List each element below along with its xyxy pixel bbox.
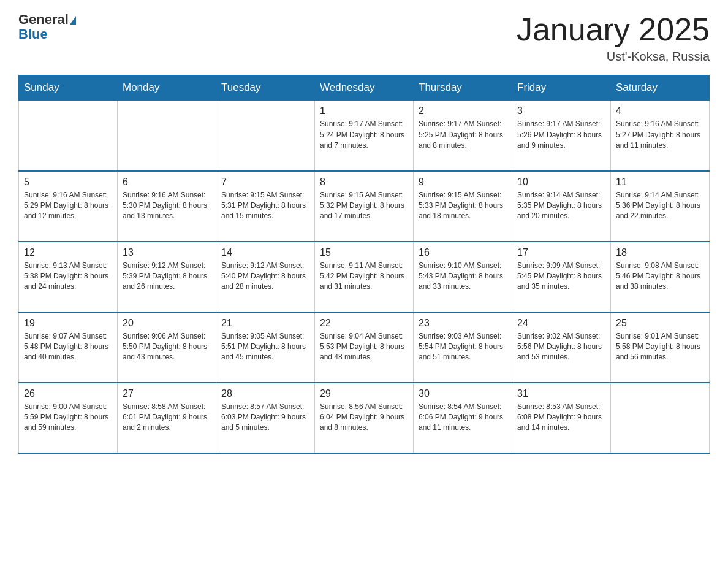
day-number: 5 — [24, 177, 112, 188]
calendar-cell: 11Sunrise: 9:14 AM Sunset: 5:36 PM Dayli… — [611, 171, 710, 242]
calendar-cell: 25Sunrise: 9:01 AM Sunset: 5:58 PM Dayli… — [611, 312, 710, 383]
page-header: General Blue January 2025 Ust'-Koksa, Ru… — [18, 12, 710, 64]
day-info: Sunrise: 9:09 AM Sunset: 5:45 PM Dayligh… — [517, 261, 605, 293]
calendar-cell: 6Sunrise: 9:16 AM Sunset: 5:30 PM Daylig… — [118, 171, 216, 242]
weekday-header-row: SundayMondayTuesdayWednesdayThursdayFrid… — [19, 75, 710, 101]
weekday-header-monday: Monday — [118, 75, 216, 101]
day-number: 3 — [517, 105, 605, 117]
day-number: 24 — [517, 318, 605, 329]
day-number: 8 — [320, 177, 408, 188]
calendar-cell: 9Sunrise: 9:15 AM Sunset: 5:33 PM Daylig… — [414, 171, 512, 242]
day-info: Sunrise: 9:06 AM Sunset: 5:50 PM Dayligh… — [123, 331, 211, 363]
day-info: Sunrise: 9:10 AM Sunset: 5:43 PM Dayligh… — [419, 261, 507, 293]
day-number: 14 — [221, 247, 309, 258]
calendar-cell: 30Sunrise: 8:54 AM Sunset: 6:06 PM Dayli… — [414, 383, 512, 453]
calendar-cell: 19Sunrise: 9:07 AM Sunset: 5:48 PM Dayli… — [19, 312, 118, 383]
calendar-week-row: 1Sunrise: 9:17 AM Sunset: 5:24 PM Daylig… — [19, 101, 710, 171]
day-info: Sunrise: 9:07 AM Sunset: 5:48 PM Dayligh… — [24, 331, 112, 363]
day-number: 11 — [616, 177, 704, 188]
day-info: Sunrise: 8:54 AM Sunset: 6:06 PM Dayligh… — [419, 402, 507, 434]
calendar-week-row: 12Sunrise: 9:13 AM Sunset: 5:38 PM Dayli… — [19, 242, 710, 312]
calendar-cell: 21Sunrise: 9:05 AM Sunset: 5:51 PM Dayli… — [216, 312, 315, 383]
day-info: Sunrise: 9:17 AM Sunset: 5:25 PM Dayligh… — [419, 119, 507, 151]
calendar-cell: 12Sunrise: 9:13 AM Sunset: 5:38 PM Dayli… — [19, 242, 118, 312]
day-info: Sunrise: 8:57 AM Sunset: 6:03 PM Dayligh… — [221, 402, 309, 434]
day-info: Sunrise: 9:17 AM Sunset: 5:26 PM Dayligh… — [517, 119, 605, 151]
calendar-cell: 7Sunrise: 9:15 AM Sunset: 5:31 PM Daylig… — [216, 171, 315, 242]
calendar-cell: 2Sunrise: 9:17 AM Sunset: 5:25 PM Daylig… — [414, 101, 512, 171]
calendar-cell — [118, 101, 216, 171]
day-number: 4 — [616, 105, 704, 117]
calendar-cell: 16Sunrise: 9:10 AM Sunset: 5:43 PM Dayli… — [414, 242, 512, 312]
calendar-cell: 15Sunrise: 9:11 AM Sunset: 5:42 PM Dayli… — [315, 242, 414, 312]
day-number: 10 — [517, 177, 605, 188]
day-info: Sunrise: 9:08 AM Sunset: 5:46 PM Dayligh… — [616, 261, 704, 293]
day-info: Sunrise: 9:12 AM Sunset: 5:39 PM Dayligh… — [123, 261, 211, 293]
calendar-week-row: 19Sunrise: 9:07 AM Sunset: 5:48 PM Dayli… — [19, 312, 710, 383]
day-number: 19 — [24, 318, 112, 329]
calendar-cell — [19, 101, 118, 171]
day-number: 21 — [221, 318, 309, 329]
day-info: Sunrise: 9:16 AM Sunset: 5:30 PM Dayligh… — [123, 190, 211, 222]
logo-triangle-icon — [70, 16, 76, 25]
day-info: Sunrise: 9:12 AM Sunset: 5:40 PM Dayligh… — [221, 261, 309, 293]
day-number: 17 — [517, 247, 605, 258]
day-info: Sunrise: 8:53 AM Sunset: 6:08 PM Dayligh… — [517, 402, 605, 434]
weekday-header-friday: Friday — [512, 75, 611, 101]
calendar-cell: 13Sunrise: 9:12 AM Sunset: 5:39 PM Dayli… — [118, 242, 216, 312]
location-title: Ust'-Koksa, Russia — [517, 50, 710, 64]
day-number: 26 — [24, 388, 112, 399]
day-info: Sunrise: 9:01 AM Sunset: 5:58 PM Dayligh… — [616, 331, 704, 363]
day-info: Sunrise: 9:00 AM Sunset: 5:59 PM Dayligh… — [24, 402, 112, 434]
day-number: 6 — [123, 177, 211, 188]
logo: General Blue — [18, 12, 76, 42]
day-info: Sunrise: 9:02 AM Sunset: 5:56 PM Dayligh… — [517, 331, 605, 363]
calendar-cell: 3Sunrise: 9:17 AM Sunset: 5:26 PM Daylig… — [512, 101, 611, 171]
calendar-cell — [216, 101, 315, 171]
calendar-cell: 28Sunrise: 8:57 AM Sunset: 6:03 PM Dayli… — [216, 383, 315, 453]
day-number: 27 — [123, 388, 211, 399]
day-info: Sunrise: 9:11 AM Sunset: 5:42 PM Dayligh… — [320, 261, 408, 293]
calendar-cell: 23Sunrise: 9:03 AM Sunset: 5:54 PM Dayli… — [414, 312, 512, 383]
day-number: 22 — [320, 318, 408, 329]
calendar-cell: 10Sunrise: 9:14 AM Sunset: 5:35 PM Dayli… — [512, 171, 611, 242]
day-number: 2 — [419, 105, 507, 117]
day-info: Sunrise: 9:14 AM Sunset: 5:35 PM Dayligh… — [517, 190, 605, 222]
calendar-cell: 26Sunrise: 9:00 AM Sunset: 5:59 PM Dayli… — [19, 383, 118, 453]
calendar-cell: 31Sunrise: 8:53 AM Sunset: 6:08 PM Dayli… — [512, 383, 611, 453]
day-number: 20 — [123, 318, 211, 329]
day-number: 15 — [320, 247, 408, 258]
calendar-cell: 14Sunrise: 9:12 AM Sunset: 5:40 PM Dayli… — [216, 242, 315, 312]
day-number: 25 — [616, 318, 704, 329]
day-info: Sunrise: 9:04 AM Sunset: 5:53 PM Dayligh… — [320, 331, 408, 363]
calendar-week-row: 26Sunrise: 9:00 AM Sunset: 5:59 PM Dayli… — [19, 383, 710, 453]
day-info: Sunrise: 9:15 AM Sunset: 5:33 PM Dayligh… — [419, 190, 507, 222]
day-info: Sunrise: 9:16 AM Sunset: 5:29 PM Dayligh… — [24, 190, 112, 222]
calendar-table: SundayMondayTuesdayWednesdayThursdayFrid… — [18, 75, 710, 454]
day-info: Sunrise: 9:13 AM Sunset: 5:38 PM Dayligh… — [24, 261, 112, 293]
calendar-cell: 22Sunrise: 9:04 AM Sunset: 5:53 PM Dayli… — [315, 312, 414, 383]
calendar-cell: 24Sunrise: 9:02 AM Sunset: 5:56 PM Dayli… — [512, 312, 611, 383]
month-title: January 2025 — [517, 12, 710, 47]
logo-general-text: General — [18, 12, 69, 27]
day-number: 31 — [517, 388, 605, 399]
calendar-cell: 1Sunrise: 9:17 AM Sunset: 5:24 PM Daylig… — [315, 101, 414, 171]
weekday-header-sunday: Sunday — [19, 75, 118, 101]
title-section: January 2025 Ust'-Koksa, Russia — [517, 12, 710, 64]
day-number: 18 — [616, 247, 704, 258]
weekday-header-tuesday: Tuesday — [216, 75, 315, 101]
weekday-header-thursday: Thursday — [414, 75, 512, 101]
day-number: 13 — [123, 247, 211, 258]
calendar-cell: 27Sunrise: 8:58 AM Sunset: 6:01 PM Dayli… — [118, 383, 216, 453]
calendar-cell: 4Sunrise: 9:16 AM Sunset: 5:27 PM Daylig… — [611, 101, 710, 171]
day-info: Sunrise: 8:56 AM Sunset: 6:04 PM Dayligh… — [320, 402, 408, 434]
calendar-cell: 5Sunrise: 9:16 AM Sunset: 5:29 PM Daylig… — [19, 171, 118, 242]
day-info: Sunrise: 9:15 AM Sunset: 5:31 PM Dayligh… — [221, 190, 309, 222]
calendar-cell — [611, 383, 710, 453]
day-info: Sunrise: 9:03 AM Sunset: 5:54 PM Dayligh… — [419, 331, 507, 363]
calendar-cell: 8Sunrise: 9:15 AM Sunset: 5:32 PM Daylig… — [315, 171, 414, 242]
calendar-cell: 17Sunrise: 9:09 AM Sunset: 5:45 PM Dayli… — [512, 242, 611, 312]
day-info: Sunrise: 9:17 AM Sunset: 5:24 PM Dayligh… — [320, 119, 408, 151]
day-number: 16 — [419, 247, 507, 258]
day-info: Sunrise: 9:16 AM Sunset: 5:27 PM Dayligh… — [616, 119, 704, 151]
